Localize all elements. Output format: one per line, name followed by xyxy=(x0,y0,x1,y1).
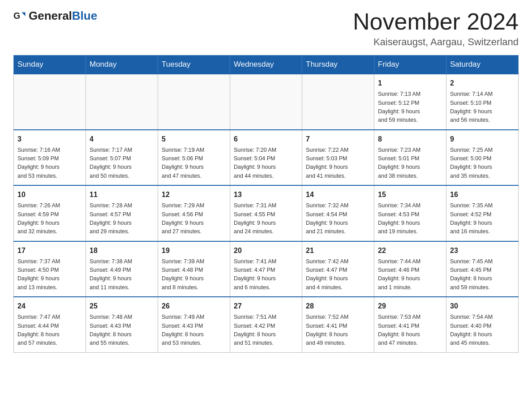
header-tuesday: Tuesday xyxy=(158,56,230,74)
day-info: Sunrise: 7:25 AM Sunset: 5:00 PM Dayligh… xyxy=(450,146,515,181)
header-saturday: Saturday xyxy=(446,56,519,74)
calendar-cell: 30Sunrise: 7:54 AM Sunset: 4:40 PM Dayli… xyxy=(446,297,519,352)
day-info: Sunrise: 7:44 AM Sunset: 4:46 PM Dayligh… xyxy=(378,257,442,292)
logo-text-blue: Blue xyxy=(72,9,97,22)
calendar-cell: 13Sunrise: 7:31 AM Sunset: 4:55 PM Dayli… xyxy=(230,185,302,241)
calendar-cell: 25Sunrise: 7:48 AM Sunset: 4:43 PM Dayli… xyxy=(86,297,158,352)
day-number: 19 xyxy=(162,245,226,256)
day-number: 18 xyxy=(90,245,154,256)
calendar-cell: 28Sunrise: 7:52 AM Sunset: 4:41 PM Dayli… xyxy=(302,297,374,352)
day-info: Sunrise: 7:41 AM Sunset: 4:47 PM Dayligh… xyxy=(234,257,298,292)
calendar-table: Sunday Monday Tuesday Wednesday Thursday… xyxy=(13,55,519,353)
day-info: Sunrise: 7:34 AM Sunset: 4:53 PM Dayligh… xyxy=(378,201,442,236)
calendar-cell: 10Sunrise: 7:26 AM Sunset: 4:59 PM Dayli… xyxy=(14,185,86,241)
calendar-cell: 3Sunrise: 7:16 AM Sunset: 5:09 PM Daylig… xyxy=(14,130,86,186)
day-info: Sunrise: 7:16 AM Sunset: 5:09 PM Dayligh… xyxy=(17,146,82,181)
header-thursday: Thursday xyxy=(302,56,374,74)
page-header: G GeneralBlue November 2024 Kaiseraugst,… xyxy=(13,9,519,48)
title-area: November 2024 Kaiseraugst, Aargau, Switz… xyxy=(353,9,519,48)
weekday-header-row: Sunday Monday Tuesday Wednesday Thursday… xyxy=(14,56,519,74)
day-number: 17 xyxy=(17,245,82,256)
day-number: 3 xyxy=(17,134,82,145)
day-info: Sunrise: 7:29 AM Sunset: 4:56 PM Dayligh… xyxy=(162,201,226,236)
location-subtitle: Kaiseraugst, Aargau, Switzerland xyxy=(353,36,519,48)
calendar-cell: 26Sunrise: 7:49 AM Sunset: 4:43 PM Dayli… xyxy=(158,297,230,352)
day-number: 2 xyxy=(450,78,515,89)
day-info: Sunrise: 7:45 AM Sunset: 4:45 PM Dayligh… xyxy=(450,257,515,292)
day-info: Sunrise: 7:13 AM Sunset: 5:12 PM Dayligh… xyxy=(378,90,442,125)
day-number: 6 xyxy=(234,134,298,145)
calendar-cell: 2Sunrise: 7:14 AM Sunset: 5:10 PM Daylig… xyxy=(446,74,519,130)
day-info: Sunrise: 7:23 AM Sunset: 5:01 PM Dayligh… xyxy=(378,146,442,181)
calendar-week-row-1: 1Sunrise: 7:13 AM Sunset: 5:12 PM Daylig… xyxy=(14,74,519,130)
calendar-cell: 20Sunrise: 7:41 AM Sunset: 4:47 PM Dayli… xyxy=(230,241,302,297)
calendar-cell xyxy=(302,74,374,130)
day-info: Sunrise: 7:31 AM Sunset: 4:55 PM Dayligh… xyxy=(234,201,298,236)
calendar-cell: 1Sunrise: 7:13 AM Sunset: 5:12 PM Daylig… xyxy=(374,74,446,130)
day-number: 26 xyxy=(162,301,226,312)
logo-text-general: General xyxy=(29,9,72,22)
calendar-cell xyxy=(158,74,230,130)
day-number: 27 xyxy=(234,301,298,312)
calendar-cell: 9Sunrise: 7:25 AM Sunset: 5:00 PM Daylig… xyxy=(446,130,519,186)
day-number: 28 xyxy=(306,301,370,312)
calendar-cell: 7Sunrise: 7:22 AM Sunset: 5:03 PM Daylig… xyxy=(302,130,374,186)
calendar-cell: 4Sunrise: 7:17 AM Sunset: 5:07 PM Daylig… xyxy=(86,130,158,186)
calendar-cell: 11Sunrise: 7:28 AM Sunset: 4:57 PM Dayli… xyxy=(86,185,158,241)
day-number: 4 xyxy=(90,134,154,145)
day-number: 9 xyxy=(450,134,515,145)
day-number: 5 xyxy=(162,134,226,145)
day-info: Sunrise: 7:37 AM Sunset: 4:50 PM Dayligh… xyxy=(17,257,82,292)
day-info: Sunrise: 7:47 AM Sunset: 4:44 PM Dayligh… xyxy=(17,313,82,348)
calendar-cell: 6Sunrise: 7:20 AM Sunset: 5:04 PM Daylig… xyxy=(230,130,302,186)
calendar-cell: 29Sunrise: 7:53 AM Sunset: 4:41 PM Dayli… xyxy=(374,297,446,352)
calendar-cell: 21Sunrise: 7:42 AM Sunset: 4:47 PM Dayli… xyxy=(302,241,374,297)
calendar-cell: 12Sunrise: 7:29 AM Sunset: 4:56 PM Dayli… xyxy=(158,185,230,241)
day-info: Sunrise: 7:20 AM Sunset: 5:04 PM Dayligh… xyxy=(234,146,298,181)
calendar-cell xyxy=(14,74,86,130)
day-number: 13 xyxy=(234,189,298,200)
day-number: 21 xyxy=(306,245,370,256)
day-number: 15 xyxy=(378,189,442,200)
header-monday: Monday xyxy=(86,56,158,74)
header-wednesday: Wednesday xyxy=(230,56,302,74)
day-info: Sunrise: 7:35 AM Sunset: 4:52 PM Dayligh… xyxy=(450,201,515,236)
day-number: 7 xyxy=(306,134,370,145)
calendar-cell: 24Sunrise: 7:47 AM Sunset: 4:44 PM Dayli… xyxy=(14,297,86,352)
day-info: Sunrise: 7:38 AM Sunset: 4:49 PM Dayligh… xyxy=(90,257,154,292)
month-title: November 2024 xyxy=(353,9,519,34)
day-info: Sunrise: 7:17 AM Sunset: 5:07 PM Dayligh… xyxy=(90,146,154,181)
svg-text:G: G xyxy=(13,10,20,20)
calendar-cell: 18Sunrise: 7:38 AM Sunset: 4:49 PM Dayli… xyxy=(86,241,158,297)
day-number: 25 xyxy=(90,301,154,312)
day-number: 23 xyxy=(450,245,515,256)
day-info: Sunrise: 7:14 AM Sunset: 5:10 PM Dayligh… xyxy=(450,90,515,125)
day-info: Sunrise: 7:28 AM Sunset: 4:57 PM Dayligh… xyxy=(90,201,154,236)
calendar-cell xyxy=(230,74,302,130)
day-info: Sunrise: 7:32 AM Sunset: 4:54 PM Dayligh… xyxy=(306,201,370,236)
calendar-cell: 15Sunrise: 7:34 AM Sunset: 4:53 PM Dayli… xyxy=(374,185,446,241)
logo: G GeneralBlue xyxy=(13,9,97,23)
day-info: Sunrise: 7:22 AM Sunset: 5:03 PM Dayligh… xyxy=(306,146,370,181)
calendar-week-row-2: 3Sunrise: 7:16 AM Sunset: 5:09 PM Daylig… xyxy=(14,130,519,186)
calendar-cell: 23Sunrise: 7:45 AM Sunset: 4:45 PM Dayli… xyxy=(446,241,519,297)
day-number: 12 xyxy=(162,189,226,200)
calendar-cell: 14Sunrise: 7:32 AM Sunset: 4:54 PM Dayli… xyxy=(302,185,374,241)
day-number: 20 xyxy=(234,245,298,256)
calendar-week-row-3: 10Sunrise: 7:26 AM Sunset: 4:59 PM Dayli… xyxy=(14,185,519,241)
day-number: 24 xyxy=(17,301,82,312)
calendar-cell: 16Sunrise: 7:35 AM Sunset: 4:52 PM Dayli… xyxy=(446,185,519,241)
day-number: 29 xyxy=(378,301,442,312)
day-number: 16 xyxy=(450,189,515,200)
calendar-cell: 17Sunrise: 7:37 AM Sunset: 4:50 PM Dayli… xyxy=(14,241,86,297)
calendar-cell: 8Sunrise: 7:23 AM Sunset: 5:01 PM Daylig… xyxy=(374,130,446,186)
logo-icon: G xyxy=(13,10,26,22)
day-number: 14 xyxy=(306,189,370,200)
calendar-week-row-5: 24Sunrise: 7:47 AM Sunset: 4:44 PM Dayli… xyxy=(14,297,519,352)
day-number: 11 xyxy=(90,189,154,200)
day-info: Sunrise: 7:19 AM Sunset: 5:06 PM Dayligh… xyxy=(162,146,226,181)
calendar-cell: 5Sunrise: 7:19 AM Sunset: 5:06 PM Daylig… xyxy=(158,130,230,186)
calendar-cell: 27Sunrise: 7:51 AM Sunset: 4:42 PM Dayli… xyxy=(230,297,302,352)
day-number: 10 xyxy=(17,189,82,200)
day-info: Sunrise: 7:54 AM Sunset: 4:40 PM Dayligh… xyxy=(450,313,515,348)
